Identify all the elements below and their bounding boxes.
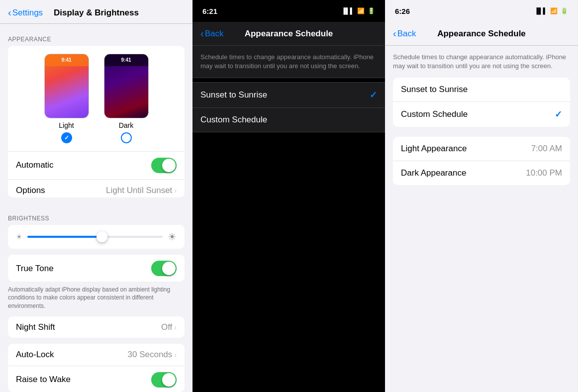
panel1-header: ‹ Settings Display & Brightness [0,0,193,24]
appearance-light-option[interactable]: 9:41 Light [44,54,89,143]
auto-lock-card: Auto-Lock 30 Seconds › Raise to Wake [8,344,185,392]
back-label: Settings [12,8,43,18]
auto-lock-label: Auto-Lock [16,350,54,360]
auto-lock-value: 30 Seconds › [128,350,177,360]
appearance-card: 9:41 Light 9:41 Dark Automatic [8,46,185,197]
raise-to-wake-label: Raise to Wake [16,375,71,385]
dark-label: Dark [119,121,134,129]
panel3-custom-schedule-label: Custom Schedule [401,109,468,119]
panel2-sunset-sunrise-row[interactable]: Sunset to Sunrise ✓ [193,83,385,107]
panel3-dark-appearance-value: 10:00 PM [526,168,562,178]
automatic-label: Automatic [16,160,54,170]
wifi-icon: 📶 [357,7,365,14]
panel2-header: ‹ Back Appearance Schedule [193,22,385,46]
panel2-custom-schedule-row[interactable]: Custom Schedule [193,107,385,132]
back-chevron-icon: ‹ [8,7,11,18]
automatic-toggle[interactable] [151,158,177,173]
panel2-custom-schedule-label: Custom Schedule [200,115,267,125]
raise-to-wake-toggle[interactable] [151,372,177,388]
panel3-battery-icon: 🔋 [561,7,568,14]
panel3-header: ‹ Back Appearance Schedule [385,22,578,46]
night-shift-label: Night Shift [16,322,55,332]
panel3-dark-appearance-row[interactable]: Dark Appearance 10:00 PM [393,161,570,185]
dark-phone-preview: 9:41 [104,54,149,118]
auto-lock-row[interactable]: Auto-Lock 30 Seconds › [8,344,185,366]
page-title: Display & Brightness [54,8,139,18]
night-shift-chevron-icon: › [174,323,177,331]
panel3-back-button[interactable]: ‹ Back [393,28,416,39]
panel2-page-title: Appearance Schedule [245,29,333,39]
light-phone-preview: 9:41 [44,54,89,118]
panel3-light-appearance-value: 7:00 AM [531,144,562,154]
raise-to-wake-row: Raise to Wake [8,366,185,392]
panel3-time-options: Light Appearance 7:00 AM Dark Appearance… [393,137,570,185]
brightness-low-icon: ☀ [16,233,22,241]
panel2-sunset-sunrise-label: Sunset to Sunrise [200,90,267,100]
panel3-custom-schedule-row[interactable]: Custom Schedule ✓ [393,101,570,127]
options-row[interactable]: Options Light Until Sunset › [8,179,185,197]
true-tone-label: True Tone [16,264,54,274]
true-tone-toggle-thumb [162,262,176,275]
options-value: Light Until Sunset › [106,186,177,196]
appearance-options: 9:41 Light 9:41 Dark [44,54,149,143]
panel2-status-bar: 6:21 ▐▌▌ 📶 🔋 [193,0,385,22]
light-status-bar: 9:41 [45,54,89,66]
brightness-section-label: BRIGHTNESS [0,209,193,225]
panel3-signal-icon: ▐▌▌ [534,7,547,14]
battery-icon-p2: 🔋 [368,7,375,14]
toggle-thumb [162,159,176,172]
panel3-status-icons: ▐▌▌ 📶 🔋 [534,7,568,14]
panel2-schedule-options: Sunset to Sunrise ✓ Custom Schedule [193,82,385,132]
true-tone-row: True Tone [8,255,185,282]
panel2-description: Schedule times to change appearance auto… [193,46,385,78]
true-tone-toggle[interactable] [151,261,177,276]
options-label: Options [16,186,45,196]
light-radio-checked[interactable] [61,132,72,143]
dark-radio-unchecked[interactable] [121,132,132,143]
panel3-sunset-sunrise-row[interactable]: Sunset to Sunrise [393,78,570,101]
panel2-time: 6:21 [202,7,217,15]
dark-status-bar: 9:41 [104,54,148,66]
night-shift-value: Off › [161,322,177,332]
light-label: Light [59,121,74,129]
panel3-back-label: Back [397,29,416,39]
panel3-status-bar: 6:26 ▐▌▌ 📶 🔋 [385,0,578,22]
brightness-high-icon: ☀ [168,231,177,243]
true-tone-description: Automatically adapt iPhone display based… [0,282,193,316]
panel3-time: 6:26 [395,7,410,15]
raise-to-wake-toggle-thumb [162,373,176,387]
night-shift-row[interactable]: Night Shift Off › [8,316,185,338]
appearance-dark-option[interactable]: 9:41 Dark [104,54,149,143]
panel3-schedule-options: Sunset to Sunrise Custom Schedule ✓ [393,78,570,127]
settings-back-button[interactable]: ‹ Settings [8,7,43,18]
brightness-slider-container: ☀ ☀ [8,225,185,249]
panel2-back-label: Back [205,29,224,39]
options-chevron-icon: › [174,187,177,195]
night-shift-card: Night Shift Off › [8,316,185,338]
brightness-slider[interactable] [27,236,163,238]
slider-fill [27,236,102,238]
panel-display-brightness: ‹ Settings Display & Brightness APPEARAN… [0,0,193,392]
panel2-sunset-sunrise-checkmark: ✓ [370,90,377,100]
auto-lock-chevron-icon: › [174,351,177,359]
panel3-light-appearance-label: Light Appearance [401,144,467,154]
panel3-sunset-sunrise-label: Sunset to Sunrise [401,85,468,95]
panel2-back-button[interactable]: ‹ Back [200,28,223,39]
panel3-back-chevron-icon: ‹ [393,28,396,39]
true-tone-card: True Tone [8,255,185,282]
panel-appearance-schedule-dark: 6:21 ▐▌▌ 📶 🔋 ‹ Back Appearance Schedule … [193,0,385,392]
panel3-wifi-icon: 📶 [550,7,558,14]
panel3-page-title: Appearance Schedule [437,29,526,39]
panel-appearance-schedule-light: 6:26 ▐▌▌ 📶 🔋 ‹ Back Appearance Schedule … [385,0,578,392]
slider-thumb[interactable] [96,231,107,242]
panel3-description: Schedule times to change appearance auto… [385,46,578,78]
signal-icon: ▐▌▌ [341,7,354,14]
panel3-custom-checkmark: ✓ [555,109,562,120]
appearance-section-label: APPEARANCE [0,30,193,46]
panel2-status-icons: ▐▌▌ 📶 🔋 [341,7,375,14]
panel2-back-chevron-icon: ‹ [200,28,204,39]
automatic-row: Automatic [8,151,185,179]
panel3-dark-appearance-label: Dark Appearance [401,168,466,178]
panel3-light-appearance-row[interactable]: Light Appearance 7:00 AM [393,137,570,161]
